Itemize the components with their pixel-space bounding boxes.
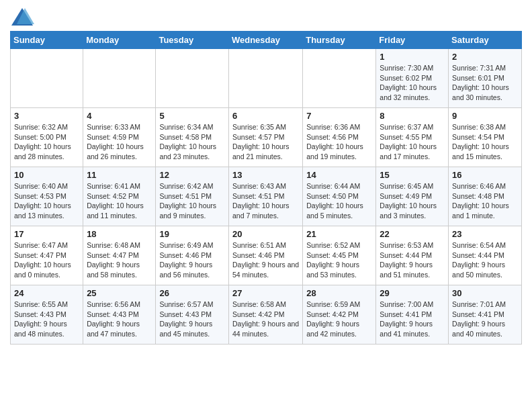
calendar-cell: 10Sunrise: 6:40 AM Sunset: 4:53 PM Dayli… [11, 167, 83, 226]
day-number: 12 [159, 170, 225, 180]
day-detail: Sunrise: 6:51 AM Sunset: 4:46 PM Dayligh… [232, 240, 299, 280]
day-detail: Sunrise: 6:49 AM Sunset: 4:46 PM Dayligh… [159, 240, 225, 280]
calendar-header-row: SundayMondayTuesdayWednesdayThursdayFrid… [11, 32, 522, 49]
day-detail: Sunrise: 6:43 AM Sunset: 4:51 PM Dayligh… [232, 181, 299, 221]
calendar-cell: 5Sunrise: 6:34 AM Sunset: 4:58 PM Daylig… [156, 108, 229, 167]
calendar-cell: 26Sunrise: 6:57 AM Sunset: 4:43 PM Dayli… [156, 285, 229, 345]
day-detail: Sunrise: 6:57 AM Sunset: 4:43 PM Dayligh… [159, 300, 225, 339]
day-header-friday: Friday [376, 32, 449, 49]
day-detail: Sunrise: 6:46 AM Sunset: 4:48 PM Dayligh… [452, 181, 518, 221]
day-number: 14 [306, 170, 372, 180]
day-number: 26 [159, 288, 225, 298]
day-detail: Sunrise: 6:38 AM Sunset: 4:54 PM Dayligh… [452, 122, 518, 162]
calendar-cell: 29Sunrise: 7:00 AM Sunset: 4:41 PM Dayli… [376, 285, 449, 345]
day-number: 19 [159, 229, 225, 239]
day-header-thursday: Thursday [303, 32, 376, 49]
day-detail: Sunrise: 6:34 AM Sunset: 4:58 PM Dayligh… [159, 122, 225, 162]
calendar-cell: 27Sunrise: 6:58 AM Sunset: 4:42 PM Dayli… [228, 285, 302, 345]
day-header-monday: Monday [83, 32, 156, 49]
day-detail: Sunrise: 6:44 AM Sunset: 4:50 PM Dayligh… [306, 181, 372, 221]
day-number: 10 [14, 170, 79, 180]
day-detail: Sunrise: 6:48 AM Sunset: 4:47 PM Dayligh… [87, 240, 152, 280]
calendar-week-row: 3Sunrise: 6:32 AM Sunset: 5:00 PM Daylig… [11, 108, 522, 167]
calendar-cell: 22Sunrise: 6:53 AM Sunset: 4:44 PM Dayli… [376, 226, 449, 285]
day-detail: Sunrise: 7:00 AM Sunset: 4:41 PM Dayligh… [380, 300, 445, 339]
calendar-week-row: 17Sunrise: 6:47 AM Sunset: 4:47 PM Dayli… [11, 226, 522, 285]
calendar-cell: 23Sunrise: 6:54 AM Sunset: 4:44 PM Dayli… [449, 226, 522, 285]
day-number: 20 [232, 229, 299, 239]
day-detail: Sunrise: 6:40 AM Sunset: 4:53 PM Dayligh… [14, 181, 79, 221]
calendar-cell: 30Sunrise: 7:01 AM Sunset: 4:41 PM Dayli… [449, 285, 522, 345]
day-detail: Sunrise: 6:37 AM Sunset: 4:55 PM Dayligh… [380, 122, 445, 162]
day-header-tuesday: Tuesday [156, 32, 229, 49]
calendar-cell: 15Sunrise: 6:45 AM Sunset: 4:49 PM Dayli… [376, 167, 449, 226]
day-number: 27 [232, 288, 299, 298]
calendar-cell: 1Sunrise: 7:30 AM Sunset: 6:02 PM Daylig… [376, 49, 449, 108]
calendar-cell: 18Sunrise: 6:48 AM Sunset: 4:47 PM Dayli… [83, 226, 156, 285]
calendar-cell: 25Sunrise: 6:56 AM Sunset: 4:43 PM Dayli… [83, 285, 156, 345]
day-number: 13 [232, 170, 299, 180]
calendar-cell [11, 49, 83, 108]
day-number: 18 [87, 229, 152, 239]
day-number: 5 [159, 111, 225, 121]
day-detail: Sunrise: 7:01 AM Sunset: 4:41 PM Dayligh… [452, 300, 518, 339]
calendar-cell [303, 49, 376, 108]
calendar-cell: 3Sunrise: 6:32 AM Sunset: 5:00 PM Daylig… [11, 108, 83, 167]
day-number: 15 [380, 170, 445, 180]
day-number: 29 [380, 288, 445, 298]
calendar-cell: 24Sunrise: 6:55 AM Sunset: 4:43 PM Dayli… [11, 285, 83, 345]
day-detail: Sunrise: 6:56 AM Sunset: 4:43 PM Dayligh… [87, 300, 152, 339]
calendar-cell: 19Sunrise: 6:49 AM Sunset: 4:46 PM Dayli… [156, 226, 229, 285]
day-number: 17 [14, 229, 79, 239]
day-number: 23 [452, 229, 518, 239]
calendar-cell: 11Sunrise: 6:41 AM Sunset: 4:52 PM Dayli… [83, 167, 156, 226]
calendar-week-row: 1Sunrise: 7:30 AM Sunset: 6:02 PM Daylig… [11, 49, 522, 108]
day-number: 6 [232, 111, 299, 121]
day-number: 4 [87, 111, 152, 121]
day-number: 30 [452, 288, 518, 298]
day-detail: Sunrise: 6:41 AM Sunset: 4:52 PM Dayligh… [87, 181, 152, 221]
day-number: 25 [87, 288, 152, 298]
day-header-wednesday: Wednesday [228, 32, 302, 49]
day-detail: Sunrise: 6:54 AM Sunset: 4:44 PM Dayligh… [452, 240, 518, 280]
calendar-cell: 14Sunrise: 6:44 AM Sunset: 4:50 PM Dayli… [303, 167, 376, 226]
day-detail: Sunrise: 7:30 AM Sunset: 6:02 PM Dayligh… [380, 63, 445, 103]
day-number: 16 [452, 170, 518, 180]
calendar-week-row: 24Sunrise: 6:55 AM Sunset: 4:43 PM Dayli… [11, 285, 522, 345]
calendar-week-row: 10Sunrise: 6:40 AM Sunset: 4:53 PM Dayli… [11, 167, 522, 226]
calendar-cell: 28Sunrise: 6:59 AM Sunset: 4:42 PM Dayli… [303, 285, 376, 345]
calendar-cell: 16Sunrise: 6:46 AM Sunset: 4:48 PM Dayli… [449, 167, 522, 226]
calendar-cell: 13Sunrise: 6:43 AM Sunset: 4:51 PM Dayli… [228, 167, 302, 226]
day-detail: Sunrise: 6:52 AM Sunset: 4:45 PM Dayligh… [306, 240, 372, 280]
calendar-cell: 20Sunrise: 6:51 AM Sunset: 4:46 PM Dayli… [228, 226, 302, 285]
day-detail: Sunrise: 7:31 AM Sunset: 6:01 PM Dayligh… [452, 63, 518, 103]
calendar-cell: 7Sunrise: 6:36 AM Sunset: 4:56 PM Daylig… [303, 108, 376, 167]
day-number: 22 [380, 229, 445, 239]
day-number: 24 [14, 288, 79, 298]
page-header [10, 7, 522, 27]
day-detail: Sunrise: 6:36 AM Sunset: 4:56 PM Dayligh… [306, 122, 372, 162]
logo [10, 7, 37, 27]
day-number: 1 [380, 52, 445, 62]
calendar-cell: 4Sunrise: 6:33 AM Sunset: 4:59 PM Daylig… [83, 108, 156, 167]
day-number: 28 [306, 288, 372, 298]
calendar-cell: 2Sunrise: 7:31 AM Sunset: 6:01 PM Daylig… [449, 49, 522, 108]
day-number: 9 [452, 111, 518, 121]
day-detail: Sunrise: 6:53 AM Sunset: 4:44 PM Dayligh… [380, 240, 445, 280]
day-detail: Sunrise: 6:59 AM Sunset: 4:42 PM Dayligh… [306, 300, 372, 339]
day-detail: Sunrise: 6:45 AM Sunset: 4:49 PM Dayligh… [380, 181, 445, 221]
day-detail: Sunrise: 6:35 AM Sunset: 4:57 PM Dayligh… [232, 122, 299, 162]
logo-icon [10, 7, 34, 27]
calendar-cell [156, 49, 229, 108]
calendar-cell: 17Sunrise: 6:47 AM Sunset: 4:47 PM Dayli… [11, 226, 83, 285]
day-detail: Sunrise: 6:42 AM Sunset: 4:51 PM Dayligh… [159, 181, 225, 221]
day-detail: Sunrise: 6:55 AM Sunset: 4:43 PM Dayligh… [14, 300, 79, 339]
day-number: 8 [380, 111, 445, 121]
calendar-cell: 8Sunrise: 6:37 AM Sunset: 4:55 PM Daylig… [376, 108, 449, 167]
calendar-cell: 21Sunrise: 6:52 AM Sunset: 4:45 PM Dayli… [303, 226, 376, 285]
day-header-sunday: Sunday [11, 32, 83, 49]
calendar-cell: 9Sunrise: 6:38 AM Sunset: 4:54 PM Daylig… [449, 108, 522, 167]
calendar-cell: 6Sunrise: 6:35 AM Sunset: 4:57 PM Daylig… [228, 108, 302, 167]
day-number: 21 [306, 229, 372, 239]
calendar-table: SundayMondayTuesdayWednesdayThursdayFrid… [10, 31, 522, 345]
